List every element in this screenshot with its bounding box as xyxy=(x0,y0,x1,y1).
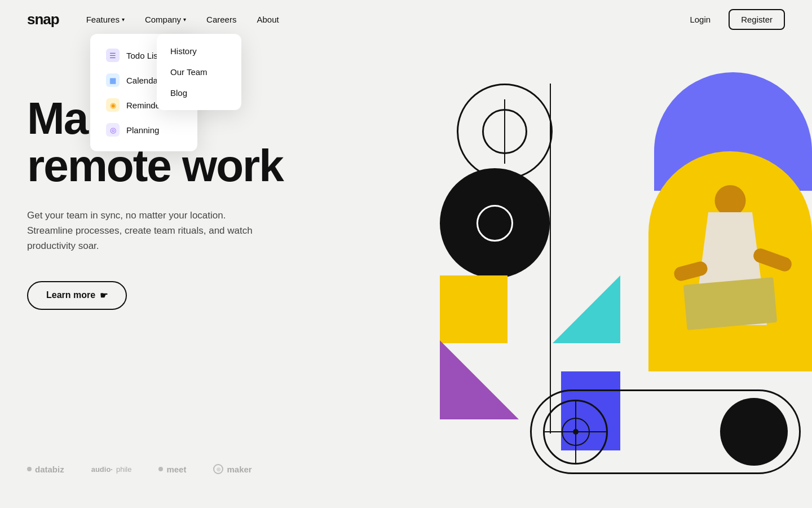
brand-audiophile: audio· phile xyxy=(91,465,132,474)
calendar-label: Calendar xyxy=(126,76,161,85)
square-yellow xyxy=(440,275,508,343)
hero-subtitle: Get your team in sync, no matter your lo… xyxy=(27,208,253,254)
nav-links: Features ▾ Company ▾ Careers About xyxy=(86,15,681,24)
nav-about[interactable]: About xyxy=(257,15,279,24)
todo-icon: ☰ xyxy=(106,49,120,62)
reminders-icon: ◉ xyxy=(106,98,120,112)
circle-outline-inner xyxy=(482,109,527,154)
pill-v-line xyxy=(575,400,576,465)
triangle-cyan xyxy=(553,275,620,343)
pill-toggle xyxy=(530,389,801,474)
dropdown-blog[interactable]: Blog xyxy=(166,82,232,103)
planning-label: Planning xyxy=(126,125,159,135)
brand-logo[interactable]: snap xyxy=(27,11,59,28)
learn-more-button[interactable]: Learn more ☛ xyxy=(27,281,127,310)
planning-icon: ◎ xyxy=(106,123,120,137)
dropdown-our-team[interactable]: Our Team xyxy=(166,62,232,82)
about-label: About xyxy=(257,15,279,24)
nav-right: Login Register xyxy=(681,9,785,30)
circle-black-inner xyxy=(476,205,513,242)
databiz-dot-icon xyxy=(27,467,32,471)
circle-black xyxy=(440,168,550,278)
hero-visual xyxy=(429,38,812,508)
person-laptop xyxy=(683,277,777,330)
login-button[interactable]: Login xyxy=(681,10,720,29)
nav-careers[interactable]: Careers xyxy=(206,15,236,24)
brands-section: databiz audio· phile meet ◎ maker xyxy=(27,464,252,474)
brand-meet: meet xyxy=(158,465,186,474)
register-button[interactable]: Register xyxy=(729,9,785,30)
brand-databiz: databiz xyxy=(27,465,64,474)
navbar: snap Features ▾ Company ▾ Careers About … xyxy=(0,0,812,38)
features-label: Features xyxy=(86,15,120,24)
circle-outline-top xyxy=(457,84,553,179)
person-figure xyxy=(679,179,781,371)
careers-label: Careers xyxy=(206,15,236,24)
nav-company[interactable]: Company ▾ xyxy=(145,15,186,24)
calendar-icon: ▦ xyxy=(106,73,120,87)
maker-circle-icon: ◎ xyxy=(213,464,223,474)
pill-left-circle xyxy=(543,400,608,465)
geometric-container xyxy=(429,38,812,508)
triangle-purple xyxy=(440,340,519,419)
company-chevron-icon: ▾ xyxy=(183,16,186,23)
databiz-label: databiz xyxy=(35,465,64,474)
photo-arch xyxy=(648,151,812,371)
company-label: Company xyxy=(145,15,181,24)
person-head xyxy=(715,185,746,216)
person-container xyxy=(660,163,801,371)
cursor-icon: ☛ xyxy=(100,290,108,301)
meet-dot-icon xyxy=(158,467,163,471)
maker-label: maker xyxy=(227,465,251,474)
circle-line-vertical xyxy=(504,99,505,164)
dropdown-history[interactable]: History xyxy=(166,41,232,62)
audiophile-label: audio· xyxy=(91,465,113,474)
nav-features[interactable]: Features ▾ xyxy=(86,15,125,24)
meet-label: meet xyxy=(166,465,186,474)
todo-label: Todo List xyxy=(126,51,160,60)
company-dropdown: History Our Team Blog xyxy=(157,34,241,110)
audiophile-sublabel: phile xyxy=(116,465,131,474)
features-chevron-icon: ▾ xyxy=(122,16,125,23)
pill-right-circle xyxy=(720,398,788,466)
dropdown-planning[interactable]: ◎ Planning xyxy=(102,117,186,142)
brand-maker: ◎ maker xyxy=(213,464,251,474)
learn-more-label: Learn more xyxy=(46,290,95,300)
